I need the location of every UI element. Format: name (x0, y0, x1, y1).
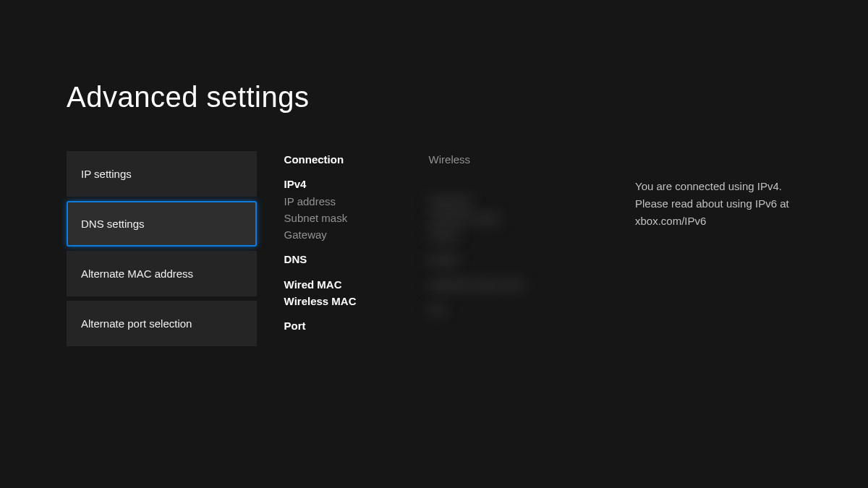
menu-list: IP settings DNS settings Alternate MAC a… (67, 151, 257, 346)
ipv4-label: IPv4 (284, 176, 429, 192)
connection-value: Wireless (429, 151, 606, 168)
ip-address-label: IP address (284, 193, 429, 210)
dns-value: redact (429, 251, 606, 267)
menu-item-dns-settings[interactable]: DNS settings (67, 201, 257, 247)
subnet-mask-label: Subnet mask (284, 210, 429, 226)
wireless-mac-label: Wireless MAC (284, 293, 429, 309)
details-panel: Connection IPv4 IP address Subnet mask G… (284, 151, 606, 346)
subnet-mask-value: redacted value (429, 210, 606, 226)
dns-label: DNS (284, 251, 429, 267)
info-text: You are connected using IPv4. Please rea… (635, 178, 803, 230)
menu-item-alternate-mac[interactable]: Alternate MAC address (67, 251, 257, 296)
wired-mac-value: redacted value here (429, 276, 606, 293)
connection-label: Connection (284, 151, 429, 168)
info-panel: You are connected using IPv4. Please rea… (635, 151, 803, 346)
menu-item-alternate-port[interactable]: Alternate port selection (67, 301, 257, 346)
gateway-label: Gateway (284, 226, 429, 243)
port-label: Port (284, 317, 429, 334)
ip-address-value: redacted (429, 193, 606, 210)
menu-item-ip-settings[interactable]: IP settings (67, 151, 257, 197)
gateway-value: redact (429, 226, 606, 243)
wired-mac-label: Wired MAC (284, 276, 429, 293)
page-title: Advanced settings (67, 81, 803, 114)
port-value: red (429, 301, 606, 317)
